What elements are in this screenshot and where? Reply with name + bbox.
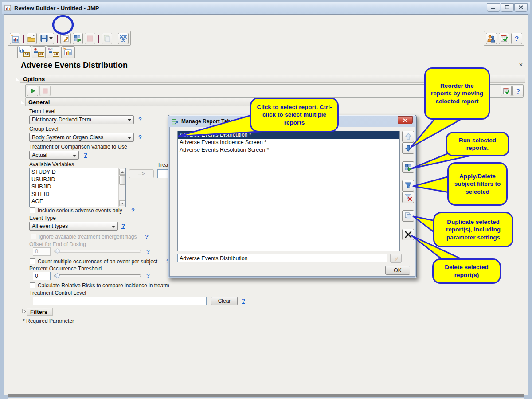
include-serious-label: Include serious adverse events only — [38, 207, 122, 214]
treatment-var-help[interactable]: ? — [84, 152, 87, 158]
tab-close-icon[interactable]: × — [517, 61, 524, 68]
dialog-title: Manage Report Tabs... — [181, 118, 238, 125]
tab-new-report[interactable] — [61, 46, 75, 58]
count-multiple-checkbox[interactable] — [30, 258, 35, 264]
down-arrow-icon — [404, 144, 412, 152]
calc-relative-risks-checkbox[interactable] — [30, 282, 35, 288]
content-top-border — [8, 58, 524, 58]
group-level-value: Body System or Organ Class — [32, 134, 103, 141]
move-down-button[interactable] — [402, 142, 414, 154]
ae-label: AE — [53, 52, 59, 57]
toolbar-separator — [115, 35, 116, 43]
percent-threshold-help[interactable]: ? — [146, 272, 150, 279]
duplicate-report-button[interactable] — [402, 210, 414, 222]
toolbar-separator — [23, 35, 24, 43]
rename-button — [390, 254, 402, 263]
pattern-tools-button[interactable] — [118, 33, 129, 44]
main-toolbar — [8, 31, 131, 46]
tab-ae-incidence[interactable]: AE — [32, 46, 46, 58]
apply-filter-button[interactable] — [402, 180, 414, 192]
group-level-help[interactable]: ? — [138, 134, 142, 141]
section-checklist-button[interactable] — [501, 86, 512, 96]
checklist-icon — [500, 34, 508, 43]
help-button[interactable]: ? — [511, 33, 522, 44]
report-list-item[interactable]: Adverse Events Distribution * — [178, 131, 399, 139]
filters-disclosure-icon[interactable] — [22, 309, 27, 314]
callout-filters: Apply/Delete subject filters to selected — [447, 162, 508, 206]
options-disclosure-icon[interactable] — [15, 77, 20, 82]
list-item[interactable]: AGE — [30, 198, 118, 205]
general-section-header[interactable]: General — [25, 98, 257, 106]
new-review-button[interactable] — [10, 33, 20, 44]
available-vars-list[interactable]: STUDYID USUBJID SUBJID SITEID AGE — [29, 168, 126, 207]
treatment-var-select[interactable]: Actual — [29, 151, 79, 160]
users-button[interactable] — [486, 33, 497, 44]
treatment-control-input[interactable] — [33, 297, 207, 305]
list-item[interactable]: STUDYID — [30, 168, 118, 176]
open-folder-icon — [27, 35, 36, 43]
window-titlebar: Review Builder - Untitled - JMP — [2, 2, 530, 14]
filters-section-header[interactable]: Filters — [27, 308, 53, 316]
offset-input: 0 — [33, 247, 51, 256]
ignore-flags-help[interactable]: ? — [145, 233, 149, 240]
treatment-control-help[interactable]: ? — [242, 297, 245, 304]
delete-report-button[interactable] — [402, 229, 414, 240]
tab-ae-resolution[interactable]: 0-1 AE — [47, 46, 60, 58]
dialog-close-icon[interactable] — [398, 116, 413, 124]
percent-threshold-label: Percent Occurrence Threshold — [29, 266, 102, 272]
open-button[interactable] — [27, 33, 37, 44]
review-checklist-button[interactable] — [499, 33, 510, 44]
up-arrow-icon — [404, 133, 412, 141]
save-button[interactable] — [39, 33, 54, 44]
maximize-icon[interactable] — [501, 3, 514, 12]
percent-threshold-input[interactable]: 0 — [33, 272, 51, 280]
required-parameter-note: * Required Parameter — [23, 318, 74, 324]
page-title: Adverse Events Distribution — [21, 61, 128, 70]
copy-page-icon — [103, 35, 111, 43]
run-reports-button[interactable] — [73, 33, 83, 44]
section-help-button[interactable]: ? — [512, 86, 524, 96]
list-item[interactable]: USUBJID — [30, 176, 118, 184]
percent-threshold-slider[interactable] — [54, 274, 141, 277]
delete-filter-button[interactable] — [402, 192, 414, 203]
minimize-icon[interactable] — [487, 3, 500, 12]
general-disclosure-icon[interactable] — [20, 100, 25, 105]
offset-help[interactable]: ? — [146, 248, 150, 255]
term-level-select[interactable]: Dictionary-Derived Term — [29, 115, 134, 124]
tab-ae-distribution[interactable]: AE — [17, 46, 31, 58]
calc-relative-risks-label: Calculate Relative Risks to compare inci… — [38, 282, 169, 289]
ok-button[interactable]: OK — [385, 266, 410, 275]
dialog-client: Adverse Events Distribution * Adverse Ev… — [169, 127, 415, 277]
move-up-button[interactable] — [402, 131, 414, 142]
event-type-select[interactable]: All event types — [29, 222, 118, 231]
run-section-button[interactable] — [27, 86, 38, 96]
include-serious-checkbox[interactable] — [30, 207, 35, 213]
include-serious-help[interactable]: ? — [131, 207, 135, 214]
scrollbar[interactable] — [118, 168, 125, 207]
list-item[interactable]: SUBJID — [30, 183, 118, 191]
main-toolbar-right: ? — [484, 31, 524, 46]
scroll-up-icon[interactable] — [119, 169, 125, 175]
save-dropdown-icon[interactable] — [49, 37, 53, 39]
stop-button — [85, 33, 95, 44]
event-type-help[interactable]: ? — [121, 223, 125, 229]
clear-button[interactable]: Clear — [211, 297, 238, 305]
report-list-item[interactable]: Adverse Events Resolution Screen * — [178, 146, 399, 154]
slider-thumb-icon[interactable] — [55, 273, 60, 278]
report-tabstrip: AE AE 0-1 AE — [17, 46, 75, 58]
scroll-down-icon[interactable] — [119, 200, 125, 206]
stop-section-button — [39, 86, 51, 96]
callout-reorder: Reorder the reports by moving selected r… — [424, 67, 490, 120]
edit-report-button[interactable] — [60, 33, 71, 44]
report-list[interactable]: Adverse Events Distribution * Adverse Ev… — [177, 131, 400, 251]
report-name-input[interactable] — [177, 254, 387, 262]
close-icon[interactable] — [514, 3, 528, 12]
run-selected-button[interactable] — [402, 161, 414, 173]
report-list-item[interactable]: Adverse Events Incidence Screen * — [178, 139, 399, 146]
group-level-select[interactable]: Body System or Organ Class — [29, 133, 134, 142]
list-item[interactable]: SITEID — [30, 191, 118, 198]
scroll-thumb[interactable] — [119, 175, 125, 185]
term-level-help[interactable]: ? — [138, 116, 142, 123]
filter-delete-icon — [404, 193, 412, 201]
window-title: Review Builder - Untitled - JMP — [14, 5, 99, 12]
